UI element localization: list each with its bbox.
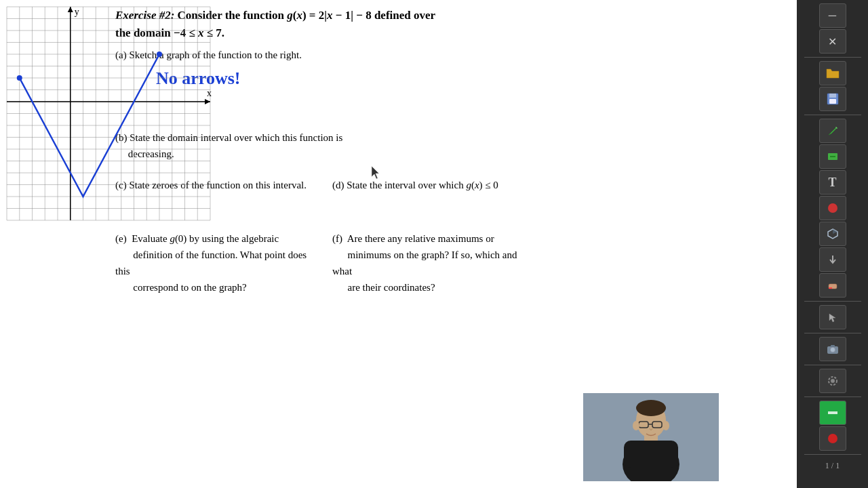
svg-rect-19 (829, 287, 832, 289)
svg-point-10 (663, 421, 669, 430)
svg-point-15 (828, 203, 837, 213)
toolbar: ─ ✕ T (797, 0, 868, 488)
video-thumbnail (583, 393, 719, 481)
part-d-label: (d) State the interval over which g(x) ≤… (332, 177, 539, 193)
svg-point-21 (830, 348, 835, 352)
svg-marker-17 (833, 229, 837, 234)
settings-button[interactable] (819, 369, 846, 393)
instructor-video (583, 393, 719, 481)
part-e-label: (e) Evaluate g(0) by using the algebraic… (115, 230, 322, 296)
page-number-label: 1 / 1 (823, 458, 842, 474)
minimize-button[interactable]: ─ (819, 3, 846, 28)
svg-point-26 (828, 434, 837, 443)
text-tool-button[interactable]: T (819, 170, 846, 195)
arrow-down-button[interactable] (819, 247, 846, 272)
select-tool-button[interactable] (819, 305, 846, 329)
svg-rect-22 (831, 345, 835, 347)
camera-button[interactable] (819, 337, 846, 361)
svg-rect-25 (828, 411, 837, 414)
pen-tool-button[interactable] (819, 119, 846, 143)
svg-rect-13 (829, 99, 836, 104)
folder-button[interactable] (819, 61, 846, 85)
main-content: Exercise #2: Consider the function g(x) … (0, 0, 797, 488)
graph-panel (553, 47, 783, 296)
svg-rect-12 (829, 94, 836, 98)
svg-point-23 (831, 379, 835, 383)
part-e: (e) Evaluate g(0) by using the algebraic… (115, 230, 322, 296)
shapes-button[interactable] (819, 196, 846, 220)
graph-canvas (0, 0, 224, 234)
save-button[interactable] (819, 87, 846, 111)
svg-point-2 (636, 400, 666, 416)
svg-point-9 (633, 421, 639, 430)
svg-rect-5 (624, 441, 678, 468)
close-button[interactable]: ✕ (819, 29, 846, 54)
red-circle-button[interactable] (819, 426, 846, 451)
3d-shape-button[interactable] (819, 222, 846, 246)
part-f-label: (f) Are there any relative maximums or m… (332, 230, 539, 296)
green-tool-button[interactable] (819, 401, 846, 425)
part-d: (d) State the interval over which g(x) ≤… (332, 177, 539, 193)
eraser-button[interactable] (819, 273, 846, 298)
highlight-button[interactable] (819, 144, 846, 169)
part-f: (f) Are there any relative maximums or m… (332, 230, 539, 296)
